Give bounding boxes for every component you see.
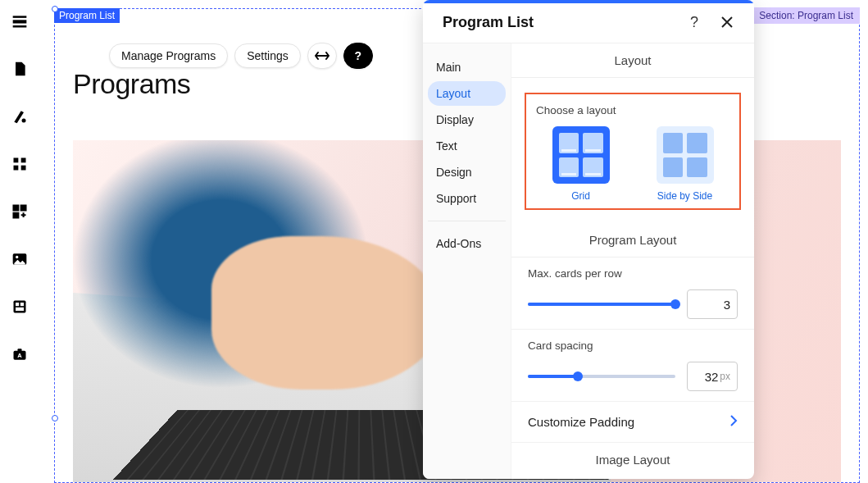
nav-support[interactable]: Support [428,186,506,211]
left-icon-rail: A [0,0,39,483]
selection-tag[interactable]: Program List [54,8,120,23]
panel-title: Program List [443,14,534,31]
question-icon: ? [354,49,361,62]
svg-rect-6 [14,166,19,171]
max-cards-field: Max. cards per row 3 [511,257,754,330]
max-cards-slider[interactable] [528,303,675,306]
section-tag[interactable]: Section: Program List [752,7,860,24]
rail-media-icon[interactable] [8,248,31,271]
rail-apps-icon[interactable] [8,153,31,175]
nav-divider [428,221,506,221]
nav-design[interactable]: Design [428,160,506,185]
svg-rect-10 [14,301,26,313]
svg-rect-12 [20,303,24,306]
card-spacing-label: Card spacing [528,339,738,352]
choose-layout-label: Choose a layout [533,104,733,116]
customize-padding-label: Customize Padding [528,415,634,429]
svg-rect-2 [13,25,27,28]
rail-layout-icon[interactable] [8,295,31,318]
card-spacing-slider[interactable] [528,375,675,378]
svg-rect-7 [21,166,26,171]
panel-header: Program List ? [423,0,754,43]
max-cards-label: Max. cards per row [528,267,738,280]
svg-text:A: A [17,352,22,359]
stretch-button[interactable] [307,43,337,69]
card-spacing-value-input[interactable]: 32px [687,362,738,391]
panel-close-icon[interactable] [716,11,738,33]
manage-programs-button[interactable]: Manage Programs [109,43,228,68]
resize-handle[interactable] [52,6,58,12]
editor-canvas: Program List Section: Program List Manag… [39,0,868,483]
side-by-side-layout-icon [657,126,714,184]
rail-business-icon[interactable]: A [8,343,31,366]
rail-sections-icon[interactable] [8,10,31,33]
rail-addmarket-icon[interactable] [8,200,31,223]
layout-option-grid[interactable]: Grid [536,126,625,202]
nav-layout[interactable]: Layout [428,81,506,106]
grid-layout-icon [552,126,610,184]
max-cards-value-input[interactable]: 3 [687,289,738,319]
image-layout-heading: Image Layout [511,443,754,476]
help-button[interactable]: ? [343,43,373,69]
svg-rect-15 [18,349,22,351]
nav-addons[interactable]: Add-Ons [428,231,506,256]
layout-option-side-by-side[interactable]: Side by Side [640,126,729,202]
svg-rect-0 [13,16,27,18]
svg-rect-5 [21,158,26,163]
panel-help-icon[interactable]: ? [684,11,705,33]
panel-nav: Main Layout Display Text Design Support … [423,43,511,479]
svg-rect-13 [16,308,24,311]
resize-handle[interactable] [52,415,58,421]
layout-choice-highlight: Choose a layout Grid Side by [525,93,741,210]
svg-rect-4 [14,158,19,163]
nav-main[interactable]: Main [428,55,506,80]
side-by-side-caption: Side by Side [657,190,712,202]
svg-point-9 [16,256,18,258]
chevron-right-icon [729,415,738,429]
svg-rect-1 [13,20,27,23]
nav-display[interactable]: Display [428,107,506,132]
grid-caption: Grid [571,190,590,202]
panel-content: Layout Choose a layout Grid [511,43,754,479]
layout-section-heading: Layout [511,43,754,78]
program-layout-heading: Program Layout [511,223,754,257]
rail-page-icon[interactable] [8,57,31,80]
svg-point-3 [22,119,26,123]
svg-rect-11 [16,303,19,306]
floating-toolbar: Manage Programs Settings ? [109,43,373,69]
rail-theme-icon[interactable] [8,105,31,128]
customize-padding-row[interactable]: Customize Padding [511,402,754,443]
settings-panel: Program List ? Main Layout Display Text … [423,0,754,479]
nav-text[interactable]: Text [428,134,506,158]
settings-button[interactable]: Settings [234,43,301,68]
page-title: Programs [73,68,190,100]
card-spacing-field: Card spacing 32px [511,330,754,402]
